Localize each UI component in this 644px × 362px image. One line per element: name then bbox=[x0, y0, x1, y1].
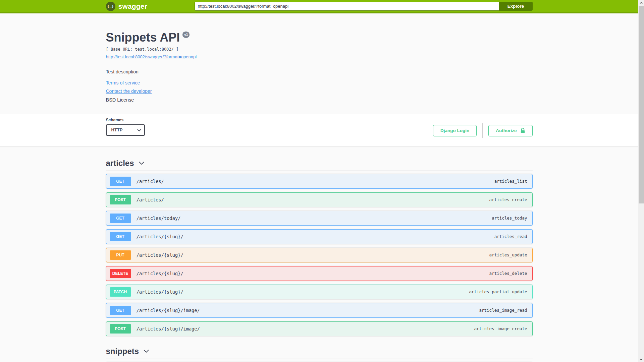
scheme-container: Schemes HTTP Django Login Authorize bbox=[0, 114, 638, 146]
method-badge: GET bbox=[110, 306, 131, 315]
scrollbar-thumb[interactable] bbox=[639, 6, 644, 203]
vertical-scrollbar[interactable] bbox=[638, 0, 644, 362]
method-badge: POST bbox=[110, 324, 131, 334]
operation-row[interactable]: DELETE /articles/{slug}/ articles_delete bbox=[106, 266, 533, 281]
contact-developer-link[interactable]: Contact the developer bbox=[106, 88, 152, 94]
swagger-brand-link[interactable]: {…} swagger bbox=[106, 2, 195, 11]
operation-path: /articles/{slug}/ bbox=[137, 271, 183, 276]
spec-link[interactable]: http://test.local:8002/swagger/?format=o… bbox=[106, 54, 197, 59]
operation-path: /articles/{slug}/image/ bbox=[137, 326, 200, 331]
api-description: Test description bbox=[106, 69, 533, 74]
operation-row[interactable]: GET /articles/{slug}/ articles_read bbox=[106, 229, 533, 244]
operation-row[interactable]: GET /articles/{slug}/image/ articles_ima… bbox=[106, 303, 533, 318]
operation-id: articles_today bbox=[492, 216, 529, 221]
operation-id: articles_delete bbox=[489, 271, 529, 276]
operation-path: /articles/{slug}/image/ bbox=[137, 308, 200, 313]
method-badge: GET bbox=[110, 177, 131, 186]
swagger-logo-icon: {…} bbox=[106, 2, 115, 11]
tag-title: articles bbox=[106, 159, 134, 168]
operation-row[interactable]: PATCH /articles/{slug}/ articles_partial… bbox=[106, 285, 533, 299]
schemes-label: Schemes bbox=[106, 118, 145, 122]
django-login-button[interactable]: Django Login bbox=[433, 125, 477, 136]
operation-id: articles_read bbox=[494, 234, 529, 239]
operation-path: /articles/{slug}/ bbox=[137, 234, 183, 239]
tag-section: articles GET /articles/ articles_list PO… bbox=[106, 157, 533, 345]
method-badge: GET bbox=[110, 232, 131, 241]
chevron-down-icon bbox=[144, 350, 149, 353]
scroll-up-arrow-icon[interactable] bbox=[638, 0, 644, 6]
schemes-select[interactable]: HTTP bbox=[106, 124, 145, 136]
page-title: Snippets API bbox=[106, 31, 180, 44]
tag-section: snippets GET /snippets/ snippets_list bbox=[106, 345, 533, 362]
operation-id: articles_create bbox=[489, 197, 529, 202]
version-badge: v1 bbox=[182, 32, 190, 38]
operation-id: articles_list bbox=[494, 179, 529, 184]
authorize-button[interactable]: Authorize bbox=[488, 125, 532, 136]
operation-row[interactable]: POST /articles/ articles_create bbox=[106, 192, 533, 207]
tag-title: snippets bbox=[106, 347, 139, 356]
operation-path: /articles/today/ bbox=[137, 216, 181, 221]
terms-of-service-link[interactable]: Terms of service bbox=[106, 80, 140, 85]
tag-header[interactable]: articles bbox=[106, 157, 533, 170]
method-badge: PATCH bbox=[110, 287, 131, 297]
operation-id: articles_image_read bbox=[479, 308, 529, 313]
operation-row[interactable]: POST /articles/{slug}/image/ articles_im… bbox=[106, 321, 533, 336]
operation-path: /articles/ bbox=[137, 197, 164, 202]
operation-path: /articles/{slug}/ bbox=[137, 289, 183, 295]
scroll-down-arrow-icon[interactable] bbox=[638, 356, 644, 362]
info-section: Snippets API v1 [ Base URL: test.local:8… bbox=[106, 13, 533, 114]
authorize-label: Authorize bbox=[496, 128, 517, 133]
operation-path: /articles/ bbox=[137, 179, 164, 184]
method-badge: GET bbox=[110, 214, 131, 223]
brand-name: swagger bbox=[118, 2, 148, 10]
license-text: BSD License bbox=[106, 97, 533, 103]
explore-button[interactable]: Explore bbox=[499, 2, 533, 11]
button-separator bbox=[482, 123, 483, 138]
method-badge: POST bbox=[110, 195, 131, 204]
unlocked-padlock-icon bbox=[520, 128, 525, 133]
operation-row[interactable]: GET /articles/ articles_list bbox=[106, 174, 533, 189]
spec-url-input[interactable] bbox=[195, 2, 499, 11]
operation-row[interactable]: GET /articles/today/ articles_today bbox=[106, 211, 533, 226]
operation-id: articles_image_create bbox=[474, 326, 529, 331]
operation-path: /articles/{slug}/ bbox=[137, 252, 183, 258]
topbar: {…} swagger Explore bbox=[0, 0, 638, 13]
operation-id: articles_update bbox=[489, 252, 529, 257]
tag-header[interactable]: snippets bbox=[106, 345, 533, 358]
chevron-down-icon bbox=[139, 162, 144, 165]
swagger-ui-page: {…} swagger Explore Snippets API v1 [ Ba… bbox=[0, 0, 638, 362]
django-login-label: Django Login bbox=[440, 128, 469, 133]
base-url: [ Base URL: test.local:8002/ ] bbox=[106, 47, 533, 52]
method-badge: DELETE bbox=[110, 269, 131, 278]
operations-area: articles GET /articles/ articles_list PO… bbox=[106, 146, 533, 362]
operation-id: articles_partial_update bbox=[469, 289, 529, 294]
operation-row[interactable]: PUT /articles/{slug}/ articles_update bbox=[106, 248, 533, 262]
method-badge: PUT bbox=[110, 250, 131, 260]
